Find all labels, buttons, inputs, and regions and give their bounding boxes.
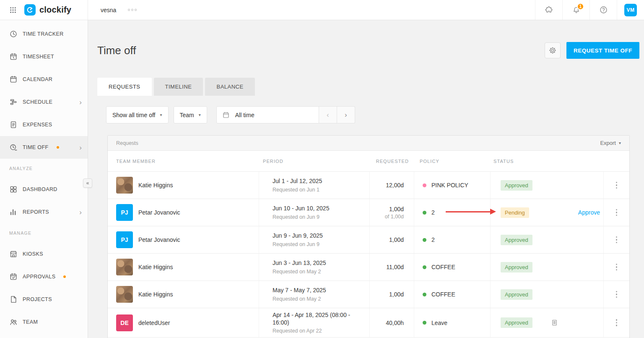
sidebar-section-manage: MANAGE — [0, 223, 88, 243]
sidebar-item-reports[interactable]: REPORTS › — [0, 201, 88, 223]
actions-cell — [603, 254, 629, 280]
status-cell: Approved — [490, 172, 603, 199]
period-cell: Jul 1 - Jul 12, 2025 Requested on Jun 1 — [259, 172, 369, 199]
table-row: Katie Higgins Jul 1 - Jul 12, 2025 Reque… — [108, 171, 629, 199]
user-menu-button[interactable]: VM — [617, 0, 644, 20]
approve-link[interactable]: Approve — [578, 209, 600, 216]
sidebar-item-projects[interactable]: PROJECTS — [0, 288, 88, 311]
requested-amount: 1,00d — [389, 291, 404, 298]
kiosk-icon — [9, 250, 18, 258]
sidebar-item-label: EXPENSES — [23, 122, 52, 128]
card-header: Requests Export ▾ — [108, 136, 629, 151]
member-name: Petar Jovanovic — [138, 209, 180, 216]
sidebar-item-label: TEAM — [23, 319, 38, 325]
team-member-cell: Katie Higgins — [108, 254, 259, 280]
status-cell: Approved — [490, 226, 603, 253]
policy-name: COFFEE — [431, 264, 455, 270]
sidebar-item-label: PROJECTS — [23, 296, 52, 302]
calendar-icon — [222, 111, 230, 119]
kebab-menu-icon[interactable] — [613, 317, 620, 329]
column-header-status: STATUS — [490, 159, 603, 164]
help-button[interactable] — [589, 0, 617, 20]
user-avatar: VM — [624, 4, 637, 16]
sidebar-item-dashboard[interactable]: DASHBOARD — [0, 178, 88, 201]
team-member-cell: Katie Higgins — [108, 281, 259, 308]
requested-cell: 40,00h — [369, 308, 414, 337]
workspace-more-icon[interactable] — [128, 9, 137, 11]
table-row: Katie Higgins May 7 - May 7, 2025 Reques… — [108, 280, 629, 308]
period-cell: Jun 3 - Jun 13, 2025 Requested on May 2 — [259, 254, 369, 280]
status-badge: Approved — [501, 262, 532, 272]
requested-on: Requested on May 2 — [273, 296, 321, 302]
apps-grid-button[interactable] — [9, 6, 17, 14]
request-time-off-button[interactable]: REQUEST TIME OFF — [566, 42, 639, 59]
chevron-right-icon: › — [79, 99, 82, 106]
next-period-button[interactable]: › — [337, 106, 355, 123]
requested-amount: 1,00d — [389, 206, 404, 212]
kebab-menu-icon[interactable] — [613, 179, 620, 191]
period-cell: Jun 10 - Jun 10, 2025 Requested on Jun 9 — [259, 199, 369, 226]
sidebar-item-label: TIME OFF — [23, 144, 49, 150]
status-cell: Approved — [490, 281, 603, 308]
integrations-button[interactable] — [535, 0, 562, 20]
previous-period-button[interactable]: ‹ — [319, 106, 337, 123]
team-filter-dropdown[interactable]: Team ▾ — [174, 106, 207, 123]
tab-requests[interactable]: REQUESTS — [97, 78, 152, 96]
kebab-menu-icon[interactable] — [613, 207, 620, 219]
sidebar-item-expenses[interactable]: EXPENSES — [0, 113, 88, 136]
filter-bar: Show all time off ▾ Team ▾ All time ‹ › — [106, 106, 630, 123]
note-button[interactable] — [551, 319, 558, 327]
sidebar-item-label: CALENDAR — [23, 76, 52, 82]
apps-grid-icon — [9, 6, 17, 14]
date-range-picker[interactable]: All time — [216, 106, 319, 123]
sidebar-item-time-tracker[interactable]: TIME TRACKER — [0, 23, 88, 45]
sidebar-item-calendar[interactable]: CALENDAR — [0, 68, 88, 91]
sidebar-item-approvals[interactable]: APPROVALS — [0, 265, 88, 288]
sidebar-item-timesheet[interactable]: TIMESHEET — [0, 45, 88, 68]
sidebar-item-team[interactable]: TEAM — [0, 311, 88, 333]
status-badge: Approved — [501, 235, 532, 245]
requested-cell: 1,00d — [369, 226, 414, 253]
period-value: May 7 - May 7, 2025 — [273, 287, 326, 294]
actions-cell — [603, 199, 629, 226]
clockify-logo[interactable]: clockify — [24, 4, 71, 16]
time-off-settings-button[interactable] — [545, 42, 561, 58]
policy-cell: PINK POLICY — [414, 172, 490, 199]
status-cell: Approved — [490, 254, 603, 280]
sidebar-item-schedule[interactable]: SCHEDULE › — [0, 91, 88, 113]
status-badge: Approved — [501, 289, 532, 300]
time-off-icon — [9, 143, 18, 152]
kebab-menu-icon[interactable] — [613, 288, 620, 301]
policy-name: Leave — [431, 320, 447, 326]
tab-timeline[interactable]: TIMELINE — [154, 78, 203, 96]
sidebar-item-time-off[interactable]: TIME OFF › — [0, 136, 88, 159]
team-member-cell: PJ Petar Jovanovic — [108, 226, 259, 253]
export-dropdown[interactable]: Export ▾ — [600, 140, 621, 146]
notification-badge: 1 — [577, 3, 584, 10]
tab-balance[interactable]: BALANCE — [205, 78, 254, 96]
policy-color-dot — [423, 293, 426, 296]
member-name: Katie Higgins — [138, 264, 173, 270]
page-header: Time off REQUEST TIME OFF — [97, 20, 639, 59]
dashboard-icon — [9, 185, 18, 194]
sidebar-collapse-button[interactable]: « — [83, 178, 92, 188]
caret-down-icon: ▾ — [619, 141, 621, 145]
topbar-right: 1 VM — [535, 0, 644, 20]
member-name: Katie Higgins — [138, 182, 173, 189]
gear-icon — [548, 46, 557, 55]
date-range-value: All time — [235, 112, 254, 118]
time-off-filter-dropdown[interactable]: Show all time off ▾ — [106, 106, 169, 123]
kebab-menu-icon[interactable] — [613, 234, 620, 246]
policy-color-dot — [423, 321, 426, 325]
tab-bar: REQUESTS TIMELINE BALANCE — [97, 78, 630, 96]
kebab-menu-icon[interactable] — [613, 261, 620, 273]
actions-cell — [603, 281, 629, 308]
sidebar-item-kiosks[interactable]: KIOSKS — [0, 243, 88, 265]
requests-card: Requests Export ▾ TEAM MEMBER PERIOD REQ… — [107, 135, 630, 338]
notifications-button[interactable]: 1 — [562, 0, 589, 20]
workspace-name[interactable]: vesna — [101, 7, 116, 13]
policy-name: 2 — [431, 209, 435, 216]
actions-cell — [603, 308, 629, 337]
team-member-cell: DE deletedUser — [108, 308, 259, 337]
policy-cell: 2 — [414, 226, 490, 253]
